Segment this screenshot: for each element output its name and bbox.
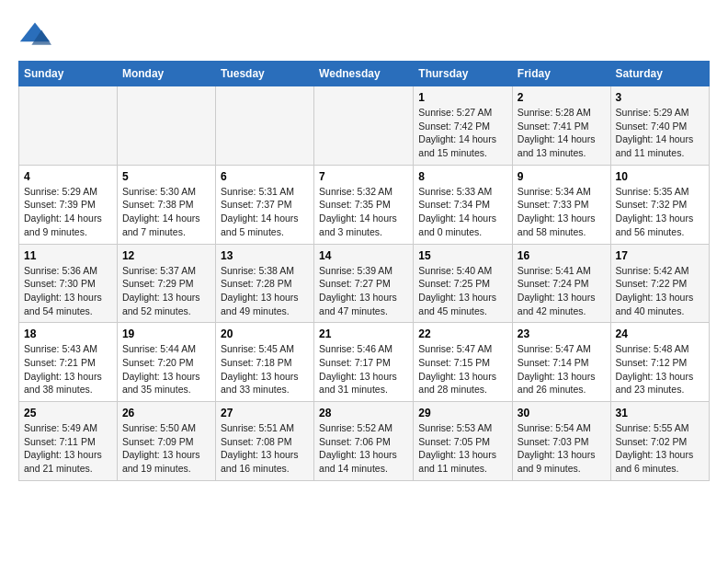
day-number: 4 <box>24 170 112 183</box>
day-detail: Sunrise: 5:49 AM Sunset: 7:11 PM Dayligh… <box>24 421 112 476</box>
calendar-cell: 31Sunrise: 5:55 AM Sunset: 7:02 PM Dayli… <box>610 402 709 481</box>
day-detail: Sunrise: 5:33 AM Sunset: 7:34 PM Dayligh… <box>418 185 507 239</box>
calendar-cell: 4Sunrise: 5:29 AM Sunset: 7:39 PM Daylig… <box>19 165 118 244</box>
weekday-header-friday: Friday <box>512 62 610 86</box>
weekday-header-saturday: Saturday <box>610 62 709 86</box>
page-header <box>18 18 710 52</box>
day-detail: Sunrise: 5:35 AM Sunset: 7:32 PM Dayligh… <box>616 185 704 239</box>
calendar-cell: 21Sunrise: 5:46 AM Sunset: 7:17 PM Dayli… <box>314 323 414 402</box>
calendar-cell: 14Sunrise: 5:39 AM Sunset: 7:27 PM Dayli… <box>314 244 414 323</box>
calendar-table: SundayMondayTuesdayWednesdayThursdayFrid… <box>18 61 710 481</box>
calendar-cell: 25Sunrise: 5:49 AM Sunset: 7:11 PM Dayli… <box>19 402 118 481</box>
calendar-cell: 17Sunrise: 5:42 AM Sunset: 7:22 PM Dayli… <box>610 244 709 323</box>
calendar-cell: 27Sunrise: 5:51 AM Sunset: 7:08 PM Dayli… <box>215 402 313 481</box>
day-detail: Sunrise: 5:29 AM Sunset: 7:40 PM Dayligh… <box>616 106 704 160</box>
day-detail: Sunrise: 5:52 AM Sunset: 7:06 PM Dayligh… <box>319 421 408 476</box>
day-number: 17 <box>616 249 704 262</box>
day-detail: Sunrise: 5:27 AM Sunset: 7:42 PM Dayligh… <box>418 106 507 160</box>
day-detail: Sunrise: 5:54 AM Sunset: 7:03 PM Dayligh… <box>518 421 606 476</box>
logo[interactable] <box>18 18 57 52</box>
day-number: 18 <box>24 327 112 340</box>
calendar-cell <box>314 86 414 166</box>
weekday-header-monday: Monday <box>117 62 215 86</box>
day-detail: Sunrise: 5:39 AM Sunset: 7:27 PM Dayligh… <box>319 264 408 318</box>
weekday-header-thursday: Thursday <box>414 62 513 86</box>
day-number: 5 <box>122 170 210 183</box>
day-number: 10 <box>616 170 704 183</box>
day-number: 1 <box>418 91 507 104</box>
calendar-cell: 12Sunrise: 5:37 AM Sunset: 7:29 PM Dayli… <box>117 244 215 323</box>
calendar-header: SundayMondayTuesdayWednesdayThursdayFrid… <box>19 62 710 86</box>
weekday-header-wednesday: Wednesday <box>314 62 414 86</box>
day-number: 27 <box>221 407 309 419</box>
day-detail: Sunrise: 5:28 AM Sunset: 7:41 PM Dayligh… <box>518 106 606 160</box>
day-detail: Sunrise: 5:42 AM Sunset: 7:22 PM Dayligh… <box>616 264 704 318</box>
calendar-cell: 11Sunrise: 5:36 AM Sunset: 7:30 PM Dayli… <box>19 244 118 323</box>
calendar-cell: 9Sunrise: 5:34 AM Sunset: 7:33 PM Daylig… <box>512 165 610 244</box>
calendar-cell: 30Sunrise: 5:54 AM Sunset: 7:03 PM Dayli… <box>512 402 610 481</box>
day-number: 8 <box>418 170 507 183</box>
day-number: 13 <box>221 249 309 262</box>
calendar-week-4: 18Sunrise: 5:43 AM Sunset: 7:21 PM Dayli… <box>19 323 710 402</box>
day-detail: Sunrise: 5:31 AM Sunset: 7:37 PM Dayligh… <box>221 185 309 239</box>
day-detail: Sunrise: 5:55 AM Sunset: 7:02 PM Dayligh… <box>616 421 704 476</box>
calendar-cell: 18Sunrise: 5:43 AM Sunset: 7:21 PM Dayli… <box>19 323 118 402</box>
calendar-cell: 5Sunrise: 5:30 AM Sunset: 7:38 PM Daylig… <box>117 165 215 244</box>
day-number: 21 <box>319 327 408 340</box>
day-number: 15 <box>418 249 507 262</box>
day-detail: Sunrise: 5:36 AM Sunset: 7:30 PM Dayligh… <box>24 264 112 318</box>
day-number: 7 <box>319 170 408 183</box>
day-number: 2 <box>518 91 606 104</box>
day-number: 29 <box>418 407 507 419</box>
calendar-cell: 15Sunrise: 5:40 AM Sunset: 7:25 PM Dayli… <box>414 244 513 323</box>
calendar-week-2: 4Sunrise: 5:29 AM Sunset: 7:39 PM Daylig… <box>19 165 710 244</box>
weekday-header-sunday: Sunday <box>19 62 118 86</box>
day-number: 6 <box>221 170 309 183</box>
day-number: 22 <box>418 327 507 340</box>
calendar-cell: 22Sunrise: 5:47 AM Sunset: 7:15 PM Dayli… <box>414 323 513 402</box>
day-detail: Sunrise: 5:29 AM Sunset: 7:39 PM Dayligh… <box>24 185 112 239</box>
calendar-cell: 8Sunrise: 5:33 AM Sunset: 7:34 PM Daylig… <box>414 165 513 244</box>
calendar-cell: 26Sunrise: 5:50 AM Sunset: 7:09 PM Dayli… <box>117 402 215 481</box>
day-number: 16 <box>518 249 606 262</box>
calendar-cell: 3Sunrise: 5:29 AM Sunset: 7:40 PM Daylig… <box>610 86 709 166</box>
day-detail: Sunrise: 5:43 AM Sunset: 7:21 PM Dayligh… <box>24 342 112 396</box>
calendar-cell: 16Sunrise: 5:41 AM Sunset: 7:24 PM Dayli… <box>512 244 610 323</box>
day-number: 26 <box>122 407 210 419</box>
day-number: 23 <box>518 327 606 340</box>
day-detail: Sunrise: 5:32 AM Sunset: 7:35 PM Dayligh… <box>319 185 408 239</box>
calendar-cell: 20Sunrise: 5:45 AM Sunset: 7:18 PM Dayli… <box>215 323 313 402</box>
day-detail: Sunrise: 5:40 AM Sunset: 7:25 PM Dayligh… <box>418 264 507 318</box>
day-detail: Sunrise: 5:47 AM Sunset: 7:14 PM Dayligh… <box>518 342 606 396</box>
calendar-cell: 19Sunrise: 5:44 AM Sunset: 7:20 PM Dayli… <box>117 323 215 402</box>
weekday-header-tuesday: Tuesday <box>215 62 313 86</box>
calendar-cell: 29Sunrise: 5:53 AM Sunset: 7:05 PM Dayli… <box>414 402 513 481</box>
calendar-cell: 7Sunrise: 5:32 AM Sunset: 7:35 PM Daylig… <box>314 165 414 244</box>
day-number: 25 <box>24 407 112 419</box>
logo-icon <box>18 18 51 52</box>
calendar-week-1: 1Sunrise: 5:27 AM Sunset: 7:42 PM Daylig… <box>19 86 710 166</box>
calendar-week-3: 11Sunrise: 5:36 AM Sunset: 7:30 PM Dayli… <box>19 244 710 323</box>
calendar-cell: 10Sunrise: 5:35 AM Sunset: 7:32 PM Dayli… <box>610 165 709 244</box>
day-number: 24 <box>616 327 704 340</box>
day-number: 14 <box>319 249 408 262</box>
calendar-cell: 23Sunrise: 5:47 AM Sunset: 7:14 PM Dayli… <box>512 323 610 402</box>
day-detail: Sunrise: 5:51 AM Sunset: 7:08 PM Dayligh… <box>221 421 309 476</box>
calendar-cell: 6Sunrise: 5:31 AM Sunset: 7:37 PM Daylig… <box>215 165 313 244</box>
day-detail: Sunrise: 5:44 AM Sunset: 7:20 PM Dayligh… <box>122 342 210 396</box>
day-detail: Sunrise: 5:30 AM Sunset: 7:38 PM Dayligh… <box>122 185 210 239</box>
day-number: 11 <box>24 249 112 262</box>
calendar-cell: 28Sunrise: 5:52 AM Sunset: 7:06 PM Dayli… <box>314 402 414 481</box>
calendar-cell: 13Sunrise: 5:38 AM Sunset: 7:28 PM Dayli… <box>215 244 313 323</box>
calendar-cell: 24Sunrise: 5:48 AM Sunset: 7:12 PM Dayli… <box>610 323 709 402</box>
day-detail: Sunrise: 5:41 AM Sunset: 7:24 PM Dayligh… <box>518 264 606 318</box>
day-detail: Sunrise: 5:47 AM Sunset: 7:15 PM Dayligh… <box>418 342 507 396</box>
day-detail: Sunrise: 5:37 AM Sunset: 7:29 PM Dayligh… <box>122 264 210 318</box>
day-number: 28 <box>319 407 408 419</box>
day-detail: Sunrise: 5:53 AM Sunset: 7:05 PM Dayligh… <box>418 421 507 476</box>
day-detail: Sunrise: 5:46 AM Sunset: 7:17 PM Dayligh… <box>319 342 408 396</box>
calendar-cell: 2Sunrise: 5:28 AM Sunset: 7:41 PM Daylig… <box>512 86 610 166</box>
weekday-row: SundayMondayTuesdayWednesdayThursdayFrid… <box>19 62 710 86</box>
day-number: 20 <box>221 327 309 340</box>
calendar-week-5: 25Sunrise: 5:49 AM Sunset: 7:11 PM Dayli… <box>19 402 710 481</box>
